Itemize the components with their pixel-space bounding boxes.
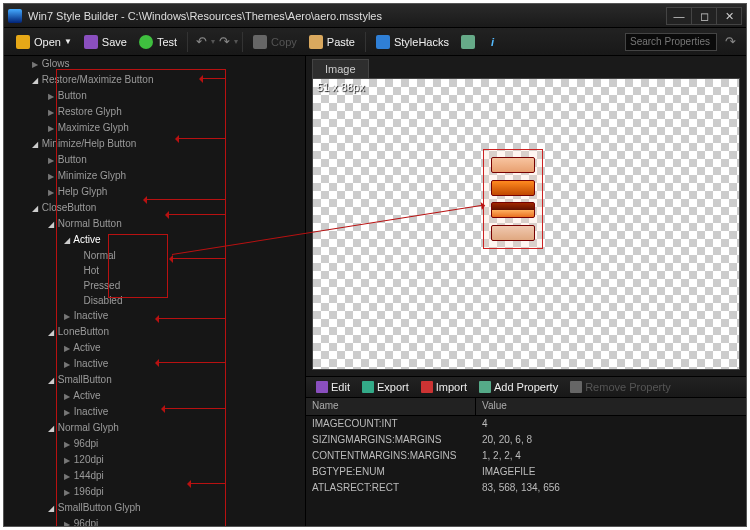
- tree-item-minimize-help[interactable]: ◢ Minimize/Help Button: [4, 136, 305, 152]
- window-title: Win7 Style Builder - C:\Windows\Resource…: [28, 10, 667, 22]
- search-input[interactable]: [625, 33, 717, 51]
- tree-item-normal-glyph[interactable]: ◢ Normal Glyph: [4, 420, 305, 436]
- forward-button[interactable]: ↷: [215, 34, 234, 49]
- open-button[interactable]: Open▼: [10, 33, 78, 51]
- maximize-button[interactable]: ◻: [691, 7, 717, 25]
- tree-item-closebutton[interactable]: ◢ CloseButton: [4, 200, 305, 216]
- tree-item-lonebutton[interactable]: ◢ LoneButton: [4, 324, 305, 340]
- tree-item-glows[interactable]: ▶ Glows: [4, 56, 305, 72]
- tree-item-smallbutton-glyph[interactable]: ◢ SmallButton Glyph: [4, 500, 305, 516]
- column-value[interactable]: Value: [476, 398, 513, 415]
- right-panel: Image 51 x 88px Edit Export Import Add P…: [306, 56, 746, 526]
- search-go-button[interactable]: ↷: [721, 34, 740, 49]
- tree-item-small-inactive[interactable]: ▶ Inactive: [4, 404, 305, 420]
- play-icon: [139, 35, 153, 49]
- sprite-state-hot: [491, 180, 535, 196]
- toolbar: Open▼ Save Test ↶▾ ↷▾ Copy Paste StyleHa…: [4, 28, 746, 56]
- copy-button[interactable]: Copy: [247, 33, 303, 51]
- copy-icon: [253, 35, 267, 49]
- tree-item-lone-inactive[interactable]: ▶ Inactive: [4, 356, 305, 372]
- column-name[interactable]: Name: [306, 398, 476, 415]
- tree-item-minimize-glyph[interactable]: ▶ Minimize Glyph: [4, 168, 305, 184]
- tree-panel: ▶ Glows ◢ Restore/Maximize Button ▶ Butt…: [4, 56, 306, 526]
- property-row[interactable]: ATLASRECT:RECT83, 568, 134, 656: [306, 480, 746, 496]
- test-button[interactable]: Test: [133, 33, 183, 51]
- tree-item-button-2[interactable]: ▶ Button: [4, 152, 305, 168]
- back-button[interactable]: ↶: [192, 34, 211, 49]
- tree-item-120dpi[interactable]: ▶ 120dpi: [4, 452, 305, 468]
- tree-item-inactive[interactable]: ▶ Inactive: [4, 308, 305, 324]
- tree-item-196dpi[interactable]: ▶ 196dpi: [4, 484, 305, 500]
- tree-item-smallbutton[interactable]: ◢ SmallButton: [4, 372, 305, 388]
- property-grid: Name Value IMAGECOUNT:INT4 SIZINGMARGINS…: [306, 398, 746, 526]
- tree-item-maximize-glyph[interactable]: ▶ Maximize Glyph: [4, 120, 305, 136]
- tree-item-sg-96dpi[interactable]: ▶ 96dpi: [4, 516, 305, 526]
- disk-icon: [84, 35, 98, 49]
- tree-item-restore-glyph[interactable]: ▶ Restore Glyph: [4, 104, 305, 120]
- tree-item-144dpi[interactable]: ▶ 144dpi: [4, 468, 305, 484]
- titlebar: Win7 Style Builder - C:\Windows\Resource…: [4, 4, 746, 28]
- image-tabs: Image: [306, 56, 746, 78]
- tree-item-hot[interactable]: Hot: [4, 263, 305, 278]
- remove-icon: [570, 381, 582, 393]
- property-row[interactable]: SIZINGMARGINS:MARGINS20, 20, 6, 8: [306, 432, 746, 448]
- stylehacks-button[interactable]: StyleHacks: [370, 33, 455, 51]
- tree-item-disabled[interactable]: Disabled: [4, 293, 305, 308]
- add-icon: [479, 381, 491, 393]
- property-row[interactable]: BGTYPE:ENUMIMAGEFILE: [306, 464, 746, 480]
- sprite-state-normal: [491, 157, 535, 173]
- folder-icon: [16, 35, 30, 49]
- add-property-button[interactable]: Add Property: [473, 381, 564, 393]
- tab-image[interactable]: Image: [312, 59, 369, 78]
- tree-item-small-active[interactable]: ▶ Active: [4, 388, 305, 404]
- export-button[interactable]: Export: [356, 381, 415, 393]
- tree-item-normal-button[interactable]: ◢ Normal Button: [4, 216, 305, 232]
- app-window: Win7 Style Builder - C:\Windows\Resource…: [3, 3, 747, 527]
- tree-item-active[interactable]: ◢ Active: [4, 232, 305, 248]
- tree-item-restore-maximize[interactable]: ◢ Restore/Maximize Button: [4, 72, 305, 88]
- wand-icon: [461, 35, 475, 49]
- paste-icon: [309, 35, 323, 49]
- export-icon: [362, 381, 374, 393]
- image-canvas[interactable]: 51 x 88px: [312, 78, 740, 370]
- minimize-button[interactable]: —: [666, 7, 692, 25]
- paste-button[interactable]: Paste: [303, 33, 361, 51]
- tree-item-lone-active[interactable]: ▶ Active: [4, 340, 305, 356]
- hack-icon: [376, 35, 390, 49]
- close-button[interactable]: ✕: [716, 7, 742, 25]
- tree-item-96dpi[interactable]: ▶ 96dpi: [4, 436, 305, 452]
- property-toolbar: Edit Export Import Add Property Remove P…: [306, 376, 746, 398]
- tree-item-normal[interactable]: Normal: [4, 248, 305, 263]
- property-row[interactable]: CONTENTMARGINS:MARGINS1, 2, 2, 4: [306, 448, 746, 464]
- tree-item-pressed[interactable]: Pressed: [4, 278, 305, 293]
- save-button[interactable]: Save: [78, 33, 133, 51]
- wand-button[interactable]: [455, 33, 485, 51]
- sprite-state-pressed: [491, 202, 535, 218]
- sprite-state-disabled: [491, 225, 535, 241]
- help-button[interactable]: i: [485, 34, 500, 50]
- edit-button[interactable]: Edit: [310, 381, 356, 393]
- image-preview: [483, 149, 543, 249]
- property-row[interactable]: IMAGECOUNT:INT4: [306, 416, 746, 432]
- tree-item-button[interactable]: ▶ Button: [4, 88, 305, 104]
- edit-icon: [316, 381, 328, 393]
- image-dimensions: 51 x 88px: [317, 81, 365, 93]
- tree-item-help-glyph[interactable]: ▶ Help Glyph: [4, 184, 305, 200]
- app-icon: [8, 9, 22, 23]
- import-icon: [421, 381, 433, 393]
- import-button[interactable]: Import: [415, 381, 473, 393]
- remove-property-button[interactable]: Remove Property: [564, 381, 677, 393]
